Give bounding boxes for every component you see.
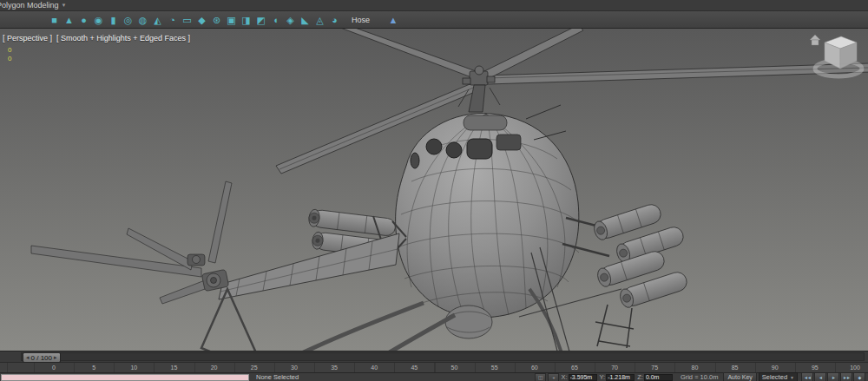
grid-size-label: Grid = 10.0m <box>681 373 719 381</box>
auto-key-button[interactable]: Auto Key <box>723 372 756 381</box>
ribbon-spinner-values: 0 0 <box>8 46 11 63</box>
frame-tick-85: 85 <box>732 365 739 371</box>
l-ext-icon[interactable]: ◣ <box>298 13 312 27</box>
key-filter-value: Selected <box>762 373 787 381</box>
frame-tick-5: 5 <box>92 365 95 371</box>
primitives-toolbar: ■▲●◉▮◎◍◭◔▭◆⊛▣◨◩◖◈◣◬◕ Hose ▲ <box>0 11 868 29</box>
frame-tick-10: 10 <box>130 365 137 371</box>
gengon-icon[interactable]: ◬ <box>312 13 327 27</box>
polygon-modeling-label: Polygon Modeling <box>0 1 59 10</box>
frame-tick-70: 70 <box>611 365 618 371</box>
frame-tick-35: 35 <box>331 365 338 371</box>
go-to-start-button[interactable]: ◄◄ <box>801 372 813 381</box>
frame-tick-20: 20 <box>211 365 218 371</box>
polygon-modeling-menu[interactable]: Polygon Modeling ▼ <box>0 1 67 10</box>
z-coordinate-field[interactable] <box>644 374 673 381</box>
plane-icon[interactable]: ▭ <box>180 13 194 27</box>
frame-tick-55: 55 <box>491 365 498 371</box>
sphere-icon[interactable]: ● <box>76 13 91 27</box>
3ds-max-window: Polygon Modeling ▼ ■▲●◉▮◎◍◭◔▭◆⊛▣◨◩◖◈◣◬◕ … <box>0 0 868 381</box>
frame-tick-90: 90 <box>772 365 779 371</box>
key-filter-dropdown[interactable]: Selected ▼ <box>759 372 798 381</box>
canopy-window <box>467 139 492 159</box>
side-window <box>411 153 419 168</box>
time-slider-handle[interactable]: ◂ 0 / 100 ▸ <box>23 352 61 363</box>
frame-tick-75: 75 <box>651 365 658 371</box>
key-mode-button[interactable]: ◆ <box>853 372 865 381</box>
ribbon-bar: Polygon Modeling ▼ <box>0 0 868 11</box>
viewport-pov-menu[interactable]: [ Perspective ] <box>3 34 52 43</box>
coordinate-y: Y: <box>600 373 635 381</box>
hedra-icon[interactable]: ◆ <box>194 13 209 27</box>
tube-icon[interactable]: ◎ <box>121 13 135 27</box>
frame-tick-45: 45 <box>411 365 418 371</box>
frame-tick-30: 30 <box>291 365 298 371</box>
track-bar[interactable]: 0510152025303540455055606570758085909510… <box>0 362 868 372</box>
viewport-shading-menu[interactable]: [ Smooth + Highlights + Edged Faces ] <box>56 34 190 43</box>
previous-frame-nub-icon[interactable]: ◂ <box>26 354 30 361</box>
frame-display: 0 / 100 <box>31 354 52 362</box>
right-weapon-pods[interactable] <box>562 202 689 348</box>
y-coordinate-field[interactable] <box>606 374 635 381</box>
engine-cowling <box>464 115 507 130</box>
spinner-value-2: 0 <box>8 55 11 63</box>
tail-rotor[interactable] <box>31 181 232 304</box>
belly-tank <box>445 305 492 338</box>
prism-icon[interactable]: ▲ <box>386 15 400 25</box>
box-icon[interactable]: ■ <box>47 13 62 27</box>
chevron-down-icon: ▼ <box>790 375 794 380</box>
viewcube-home-icon[interactable] <box>810 35 820 45</box>
maxscript-mini-listener[interactable] <box>1 374 249 381</box>
z-label: Z: <box>637 373 643 381</box>
intake-port-right <box>446 142 462 158</box>
main-rotor[interactable] <box>276 29 868 174</box>
frame-tick-0: 0 <box>52 365 56 371</box>
frame-tick-100: 100 <box>850 365 860 371</box>
time-slider-row: ◂ 0 / 100 ▸ <box>0 351 868 362</box>
coordinate-z: Z: <box>637 373 673 381</box>
torus-knot-icon[interactable]: ⊛ <box>209 13 224 27</box>
selection-status: None Selected <box>256 373 299 381</box>
frame-tick-15: 15 <box>171 365 178 371</box>
next-frame-nub-icon[interactable]: ▸ <box>54 354 57 361</box>
helicopter-model[interactable] <box>0 29 868 351</box>
status-bar: None Selected ◫ + X: Y: Z: Grid = 10.0m … <box>0 372 868 381</box>
perspective-viewport[interactable]: [ Perspective ] [ Smooth + Highlights + … <box>0 29 868 351</box>
frame-tick-40: 40 <box>371 365 378 371</box>
coordinate-x: X: <box>561 373 596 381</box>
y-label: Y: <box>600 373 606 381</box>
previous-frame-button[interactable]: ◄ <box>814 372 826 381</box>
frame-tick-60: 60 <box>531 365 538 371</box>
tail-boom[interactable] <box>219 233 399 299</box>
play-button[interactable]: ► <box>827 372 839 381</box>
selection-lock-icon[interactable]: ◫ <box>535 373 546 381</box>
oil-tank-icon[interactable]: ◩ <box>253 13 268 27</box>
capsule-icon[interactable]: ◖ <box>268 13 283 27</box>
frame-tick-50: 50 <box>451 365 458 371</box>
frame-tick-65: 65 <box>571 365 578 371</box>
frame-tick-95: 95 <box>812 365 819 371</box>
toolbar-icons: ■▲●◉▮◎◍◭◔▭◆⊛▣◨◩◖◈◣◬◕ <box>47 13 342 27</box>
intake-port-left <box>426 139 442 154</box>
hose-button[interactable]: Hose <box>347 15 374 25</box>
x-label: X: <box>561 373 567 381</box>
time-slider-track[interactable] <box>21 352 865 361</box>
torus-icon[interactable]: ◍ <box>135 13 150 27</box>
chevron-down-icon: ▼ <box>62 3 67 8</box>
chamfer-box-icon[interactable]: ▣ <box>224 13 239 27</box>
pyramid-icon[interactable]: ◭ <box>150 13 165 27</box>
absolute-mode-icon[interactable]: + <box>548 373 559 381</box>
spindle-icon[interactable]: ◈ <box>283 13 298 27</box>
antenna <box>526 105 561 119</box>
cone-icon[interactable]: ▲ <box>62 13 76 27</box>
next-frame-button[interactable]: ►► <box>840 372 852 381</box>
ring-wave-icon[interactable]: ◕ <box>327 13 342 27</box>
teapot-icon[interactable]: ◔ <box>165 13 180 27</box>
playback-controls: ◄◄◄►►►◆ <box>801 372 865 381</box>
chamfer-cylinder-icon[interactable]: ◨ <box>239 13 253 27</box>
spinner-value-1: 0 <box>8 46 11 55</box>
x-coordinate-field[interactable] <box>569 374 597 381</box>
exhaust-housing <box>496 135 521 150</box>
cylinder-icon[interactable]: ▮ <box>106 13 121 27</box>
geosphere-icon[interactable]: ◉ <box>91 13 106 27</box>
